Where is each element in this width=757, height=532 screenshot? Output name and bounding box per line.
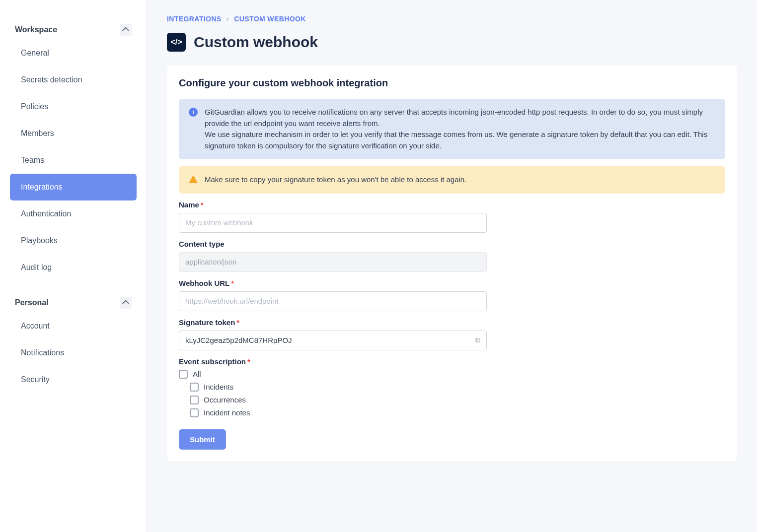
sidebar-section-title: Personal (15, 298, 49, 307)
label-signature-token: Signature token* (179, 318, 725, 327)
sidebar-item-policies[interactable]: Policies (10, 93, 137, 120)
submit-button-label: Submit (190, 435, 215, 444)
breadcrumb-custom-webhook[interactable]: CUSTOM WEBHOOK (234, 15, 306, 23)
sidebar-item-label: Authentication (21, 209, 71, 218)
code-icon: </> (167, 33, 186, 52)
field-signature-token: Signature token* kLyJC2geaz5p2dMC87HRpPO… (179, 318, 725, 350)
info-alert: i GitGuardian allows you to receive noti… (179, 99, 725, 159)
warning-icon (189, 175, 198, 183)
required-marker: * (231, 279, 234, 287)
checkbox-label: Incident notes (204, 408, 250, 417)
label-text: Name (179, 200, 199, 209)
sidebar-section-header-workspace[interactable]: Workspace (10, 20, 137, 40)
content-type-input (179, 252, 487, 272)
sidebar-section-title: Workspace (15, 25, 57, 34)
sidebar-item-label: Secrets detection (21, 75, 82, 84)
label-text: Event subscription (179, 357, 246, 366)
field-webhook-url: Webhook URL* (179, 279, 725, 311)
required-marker: * (247, 357, 250, 366)
sidebar-item-label: Members (21, 129, 54, 137)
signature-token-value: kLyJC2geaz5p2dMC87HRpPOJ (185, 336, 292, 344)
field-event-subscription: Event subscription* All Incidents Occurr… (179, 357, 725, 417)
required-marker: * (236, 318, 239, 327)
label-name: Name* (179, 200, 725, 209)
field-name: Name* (179, 200, 725, 233)
sidebar-item-security[interactable]: Security (10, 366, 137, 393)
main-content: INTEGRATIONS › CUSTOM WEBHOOK </> Custom… (147, 0, 757, 532)
sidebar-item-playbooks[interactable]: Playbooks (10, 227, 137, 254)
checkbox-label: All (193, 370, 201, 378)
checkbox-incident-notes[interactable] (190, 408, 199, 417)
label-webhook-url: Webhook URL* (179, 279, 725, 287)
sidebar-item-integrations[interactable]: Integrations (10, 174, 137, 200)
breadcrumb-chevron-icon: › (227, 15, 229, 23)
sidebar-section-header-personal[interactable]: Personal (10, 293, 137, 313)
sidebar-item-label: Teams (21, 156, 44, 164)
required-marker: * (201, 200, 204, 209)
page-title-row: </> Custom webhook (167, 33, 737, 52)
chevron-up-icon (120, 24, 132, 36)
chevron-up-icon (120, 297, 132, 309)
warning-alert: Make sure to copy your signature token a… (179, 166, 725, 194)
sidebar-item-label: Integrations (21, 183, 63, 191)
breadcrumb-integrations[interactable]: INTEGRATIONS (167, 15, 222, 23)
label-text: Webhook URL (179, 279, 229, 287)
sidebar-item-label: Audit log (21, 263, 52, 271)
checkbox-all[interactable] (179, 370, 188, 379)
label-text: Signature token (179, 318, 235, 327)
checkbox-label: Incidents (204, 383, 233, 391)
sidebar-section-personal: Personal Account Notifications Security (10, 293, 137, 393)
sidebar-item-members[interactable]: Members (10, 120, 137, 147)
label-content-type: Content type (179, 240, 725, 248)
label-event-subscription: Event subscription* (179, 357, 725, 366)
sidebar-item-audit-log[interactable]: Audit log (10, 254, 137, 281)
checkbox-row-incident-notes: Incident notes (190, 408, 725, 417)
name-input[interactable] (179, 213, 487, 233)
sidebar-item-label: Playbooks (21, 236, 58, 245)
checkbox-row-occurrences: Occurrences (190, 396, 725, 404)
breadcrumb: INTEGRATIONS › CUSTOM WEBHOOK (167, 15, 737, 23)
warning-alert-text: Make sure to copy your signature token a… (205, 174, 466, 186)
field-content-type: Content type (179, 240, 725, 272)
card-title: Configure your custom webhook integratio… (179, 77, 725, 89)
checkbox-occurrences[interactable] (190, 396, 199, 404)
sidebar-item-label: General (21, 49, 49, 57)
sidebar-section-workspace: Workspace General Secrets detection Poli… (10, 20, 137, 281)
config-card: Configure your custom webhook integratio… (167, 66, 737, 462)
sidebar: Workspace General Secrets detection Poli… (0, 0, 147, 532)
info-alert-text: GitGuardian allows you to receive notifi… (205, 107, 715, 151)
sidebar-item-label: Account (21, 322, 50, 330)
sidebar-item-label: Notifications (21, 348, 64, 357)
checkbox-label: Occurrences (204, 396, 246, 404)
webhook-url-input[interactable] (179, 291, 487, 311)
sidebar-item-authentication[interactable]: Authentication (10, 200, 137, 227)
checkbox-row-all: All (179, 370, 725, 379)
sidebar-item-general[interactable]: General (10, 40, 137, 66)
sidebar-item-teams[interactable]: Teams (10, 147, 137, 174)
checkbox-incidents[interactable] (190, 383, 199, 392)
sidebar-item-notifications[interactable]: Notifications (10, 339, 137, 366)
sidebar-item-label: Policies (21, 102, 48, 111)
checkbox-row-incidents: Incidents (190, 383, 725, 392)
page-title: Custom webhook (194, 34, 318, 51)
info-icon: i (189, 108, 198, 117)
sidebar-item-account[interactable]: Account (10, 313, 137, 339)
submit-button[interactable]: Submit (179, 429, 226, 450)
signature-token-row: kLyJC2geaz5p2dMC87HRpPOJ ⧉ (179, 331, 487, 350)
icon-glyph: </> (170, 38, 182, 47)
copy-icon[interactable]: ⧉ (475, 336, 480, 344)
sidebar-item-label: Security (21, 375, 50, 384)
sidebar-item-secrets-detection[interactable]: Secrets detection (10, 66, 137, 93)
